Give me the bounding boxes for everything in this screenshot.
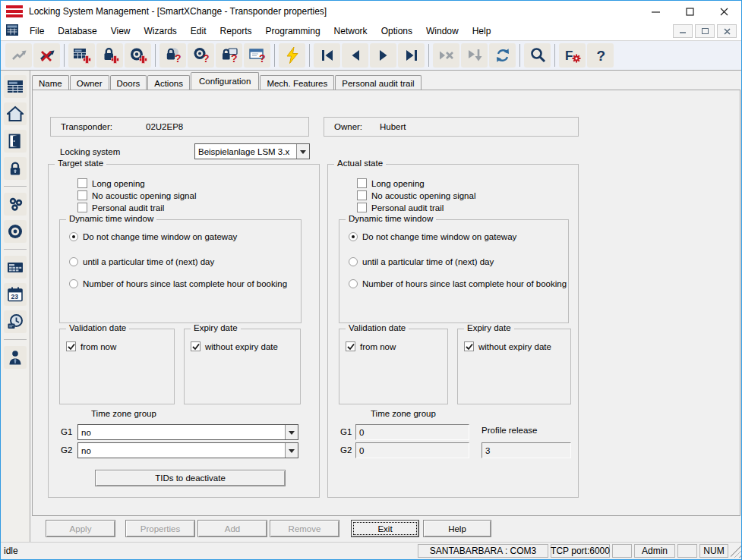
menu-wizards[interactable]: Wizards xyxy=(137,24,184,39)
help-button[interactable]: ? xyxy=(587,43,614,68)
menu-window[interactable]: Window xyxy=(419,24,466,39)
connect-button[interactable] xyxy=(5,43,32,68)
goto-record-button[interactable] xyxy=(461,43,488,68)
target-g2-combobox[interactable]: no xyxy=(77,442,298,458)
locking-system-combobox[interactable]: Beispielanlage LSM 3.x xyxy=(194,143,310,159)
target-dtw-until-time-radio[interactable] xyxy=(69,257,78,266)
expiry-date-title: Expiry date xyxy=(191,323,241,332)
read-lock-button[interactable]: ? xyxy=(159,43,186,68)
tab-personal-audit-trail[interactable]: Personal audit trail xyxy=(335,75,421,90)
exit-button[interactable]: Exit xyxy=(351,520,419,537)
sidebar-transponders-button[interactable] xyxy=(4,220,27,243)
target-from-now-checkbox[interactable] xyxy=(66,341,76,351)
menu-options[interactable]: Options xyxy=(374,24,419,39)
sidebar-areas-button[interactable] xyxy=(4,102,27,125)
tab-actions[interactable]: Actions xyxy=(147,75,190,90)
next-record-button[interactable] xyxy=(370,43,396,68)
first-record-button[interactable] xyxy=(314,43,340,68)
close-button[interactable] xyxy=(707,1,741,22)
target-without-expiry-checkbox[interactable] xyxy=(191,341,200,351)
actual-personal-audit-checkbox[interactable] xyxy=(357,203,367,212)
mdi-minimize-button[interactable] xyxy=(673,24,693,38)
tab-name[interactable]: Name xyxy=(32,75,69,90)
programming-button[interactable] xyxy=(279,43,305,68)
apply-button[interactable]: Apply xyxy=(46,520,115,537)
radio-label: Number of hours since last complete hour… xyxy=(362,279,567,288)
mdi-close-button[interactable] xyxy=(717,24,737,38)
sidebar-matrix-grid-button[interactable] xyxy=(4,256,27,278)
disconnect-button[interactable] xyxy=(33,43,60,68)
actual-dtw-until-time-radio[interactable] xyxy=(349,257,358,266)
menu-bar: File Database View Wizards Edit Reports … xyxy=(1,22,741,41)
chevron-down-icon[interactable] xyxy=(296,144,309,159)
actual-dtw-hours-radio[interactable] xyxy=(349,279,358,288)
remove-button[interactable]: Remove xyxy=(270,520,339,537)
svg-text:?: ? xyxy=(231,52,238,64)
menu-view[interactable]: View xyxy=(104,24,137,39)
matrix-grid-icon xyxy=(7,259,24,275)
new-lock-button[interactable] xyxy=(96,43,123,68)
locking-system-label: Locking system xyxy=(60,147,120,156)
menu-database[interactable]: Database xyxy=(51,24,103,39)
refresh-button[interactable] xyxy=(489,43,516,68)
target-no-acoustic-checkbox[interactable] xyxy=(77,190,87,200)
transponder-group-icon xyxy=(7,196,24,212)
menu-file[interactable]: File xyxy=(23,24,51,39)
target-dtw-hours-radio[interactable] xyxy=(69,279,78,288)
tab-doors[interactable]: Doors xyxy=(110,75,147,90)
actual-from-now-checkbox[interactable] xyxy=(346,341,355,351)
sidebar-doors-button[interactable] xyxy=(4,130,27,153)
actual-long-opening-checkbox[interactable] xyxy=(357,178,367,188)
sidebar-transponder-groups-button[interactable] xyxy=(4,193,27,216)
sidebar-persons-button[interactable] xyxy=(4,346,27,369)
mdi-restore-button[interactable] xyxy=(695,24,715,38)
last-record-icon xyxy=(403,46,421,64)
chevron-down-icon[interactable] xyxy=(285,443,298,458)
previous-record-button[interactable] xyxy=(342,43,368,68)
actual-without-expiry-checkbox[interactable] xyxy=(464,341,474,351)
sidebar-calendar-button[interactable]: 23 xyxy=(4,283,27,306)
read-mifare-lock-button[interactable]: ? xyxy=(216,43,242,68)
chevron-down-icon[interactable] xyxy=(285,425,298,439)
resize-grip[interactable] xyxy=(731,544,741,558)
filter-settings-icon: F xyxy=(564,46,582,64)
sidebar-time-zone-button[interactable] xyxy=(4,310,27,333)
tab-owner[interactable]: Owner xyxy=(70,75,109,90)
properties-button[interactable]: Properties xyxy=(125,520,195,537)
search-button[interactable] xyxy=(524,43,551,68)
maximize-button[interactable] xyxy=(673,1,707,22)
configuration-tab-page: Transponder: 02U2EP8 Owner: Hubert Locki… xyxy=(32,90,740,516)
tids-to-deactivate-button[interactable]: TIDs to deactivate xyxy=(95,470,286,486)
minimize-button[interactable] xyxy=(639,1,673,22)
menu-reports[interactable]: Reports xyxy=(213,24,259,39)
actual-no-acoustic-checkbox[interactable] xyxy=(357,190,367,200)
read-transponder-button[interactable]: ? xyxy=(188,43,214,68)
menu-edit[interactable]: Edit xyxy=(184,24,213,39)
sidebar-locks-button[interactable] xyxy=(4,157,27,180)
new-transponder-button[interactable] xyxy=(125,43,151,68)
add-button[interactable]: Add xyxy=(197,520,267,537)
tab-mech-features[interactable]: Mech. Features xyxy=(260,75,334,90)
target-dtw-no-change-radio[interactable] xyxy=(69,232,78,241)
menu-help[interactable]: Help xyxy=(466,24,498,39)
cancel-navigation-button[interactable] xyxy=(433,43,459,68)
read-transponder-icon: ? xyxy=(192,46,210,64)
help-footer-button[interactable]: Help xyxy=(423,520,491,537)
target-g1-combobox[interactable]: no xyxy=(77,424,298,440)
profile-release-field: 3 xyxy=(482,442,571,458)
menu-programming[interactable]: Programming xyxy=(259,24,327,39)
target-long-opening-row: Long opening xyxy=(77,178,145,188)
matrix-view-icon xyxy=(7,78,24,95)
sidebar-matrix-button[interactable] xyxy=(4,75,27,98)
tab-configuration[interactable]: Configuration xyxy=(191,72,259,90)
target-personal-audit-checkbox[interactable] xyxy=(77,203,87,212)
new-locking-system-button[interactable] xyxy=(68,43,95,68)
programming-flash-icon xyxy=(283,46,302,64)
target-long-opening-checkbox[interactable] xyxy=(77,178,87,188)
last-record-button[interactable] xyxy=(398,43,425,68)
read-window-button[interactable]: ? xyxy=(244,43,270,68)
filter-settings-button[interactable]: F xyxy=(559,43,586,68)
actual-dtw-option-row: Do not change time window on gateway xyxy=(349,232,516,241)
actual-dtw-no-change-radio[interactable] xyxy=(349,232,358,241)
menu-network[interactable]: Network xyxy=(327,24,374,39)
